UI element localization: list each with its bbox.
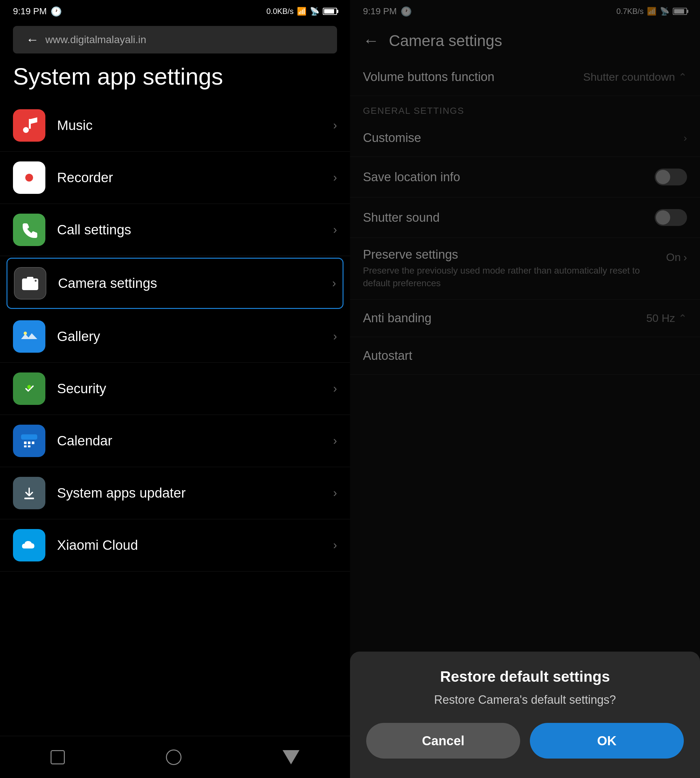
app-name-security: Security (57, 381, 333, 396)
nav-square-btn[interactable] (50, 750, 65, 765)
chevron-music: › (333, 119, 337, 132)
svg-rect-7 (27, 277, 33, 279)
app-name-recorder: Recorder (57, 170, 333, 185)
left-status-bar: 9:19 PM 🕐 0.0KB/s 📶 📡 (0, 0, 350, 23)
app-item-updater[interactable]: System apps updater › (0, 467, 350, 519)
app-item-camera[interactable]: Camera settings › (7, 258, 343, 309)
svg-rect-12 (21, 434, 37, 439)
svg-rect-17 (28, 446, 30, 447)
svg-rect-1 (29, 119, 31, 129)
left-panel: 9:19 PM 🕐 0.0KB/s 📶 📡 ← www.digitalmalay… (0, 0, 350, 778)
chevron-call: › (333, 223, 337, 237)
svg-point-6 (28, 283, 32, 286)
page-title: System app settings (0, 60, 350, 100)
app-item-call[interactable]: Call settings › (0, 204, 350, 256)
app-item-music[interactable]: Music › (0, 100, 350, 152)
left-alarm-icon: 🕐 (50, 6, 62, 17)
svg-point-0 (23, 127, 29, 133)
svg-point-3 (25, 174, 33, 182)
left-signal-icon: 📶 (297, 7, 307, 16)
url-back-arrow[interactable]: ← (26, 32, 39, 47)
modal-cancel-button[interactable]: Cancel (366, 723, 520, 758)
app-name-gallery: Gallery (57, 329, 333, 344)
app-list: Music › Recorder › Call settings › Camer… (0, 100, 350, 736)
app-item-calendar[interactable]: Calendar › (0, 415, 350, 467)
chevron-gallery: › (333, 330, 337, 343)
modal-overlay: Restore default settings Restore Camera'… (350, 0, 700, 778)
svg-rect-16 (24, 446, 27, 447)
app-icon-calendar (13, 425, 45, 457)
svg-rect-15 (32, 441, 34, 444)
modal-message: Restore Camera's default settings? (434, 693, 616, 707)
left-battery-icon (323, 8, 337, 15)
chevron-recorder: › (333, 171, 337, 184)
app-item-security[interactable]: Security › (0, 363, 350, 415)
url-bar[interactable]: ← www.digitalmalayali.in (13, 26, 337, 53)
app-item-recorder[interactable]: Recorder › (0, 152, 350, 204)
app-icon-call (13, 214, 45, 246)
svg-rect-14 (28, 441, 30, 444)
modal-title: Restore default settings (440, 668, 610, 685)
app-name-calendar: Calendar (57, 433, 333, 449)
app-name-music: Music (57, 118, 333, 133)
nav-back-btn[interactable] (283, 750, 300, 765)
chevron-cloud: › (333, 538, 337, 552)
app-name-call: Call settings (57, 222, 333, 238)
right-panel: 9:19 PM 🕐 0.7KB/s 📶 📡 ← Camera settings … (350, 0, 700, 778)
left-battery-fill (324, 9, 334, 13)
left-bottom-nav (0, 736, 350, 778)
svg-rect-13 (24, 441, 27, 444)
modal-ok-button[interactable]: OK (530, 723, 684, 758)
left-status-right: 0.0KB/s 📶 📡 (267, 7, 337, 16)
app-icon-camera (14, 267, 46, 299)
nav-circle-btn[interactable] (166, 750, 182, 765)
svg-point-8 (35, 280, 37, 282)
chevron-calendar: › (333, 434, 337, 447)
modal-dialog: Restore default settings Restore Camera'… (350, 651, 700, 778)
modal-buttons: Cancel OK (366, 723, 684, 758)
app-name-camera: Camera settings (58, 275, 332, 291)
app-icon-cloud (13, 529, 45, 561)
app-name-updater: System apps updater (57, 485, 333, 501)
app-icon-security (13, 372, 45, 405)
app-icon-updater (13, 477, 45, 509)
app-item-cloud[interactable]: Xiaomi Cloud › (0, 519, 350, 571)
left-wifi-icon: 📡 (310, 7, 320, 16)
left-network-speed: 0.0KB/s (267, 7, 293, 16)
left-status-time-group: 9:19 PM 🕐 (13, 6, 62, 17)
chevron-security: › (333, 382, 337, 396)
app-name-cloud: Xiaomi Cloud (57, 538, 333, 553)
svg-point-10 (24, 332, 27, 335)
svg-rect-19 (24, 498, 34, 499)
chevron-updater: › (333, 486, 337, 500)
app-item-gallery[interactable]: Gallery › (0, 311, 350, 363)
chevron-camera: › (332, 277, 336, 290)
app-icon-recorder (13, 162, 45, 194)
url-text: www.digitalmalayali.in (45, 34, 146, 46)
app-icon-music (13, 109, 45, 142)
left-time: 9:19 PM (13, 6, 47, 17)
app-icon-gallery (13, 320, 45, 353)
